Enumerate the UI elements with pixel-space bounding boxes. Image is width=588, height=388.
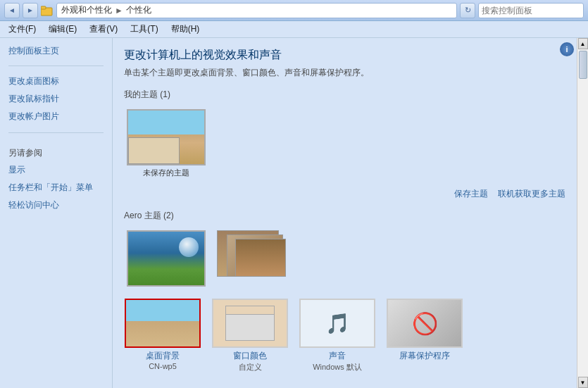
menu-file[interactable]: 文件(F) xyxy=(3,22,42,37)
custom-item-window-color[interactable]: 窗口颜色 自定义 xyxy=(211,299,289,373)
content-area: 更改计算机上的视觉效果和声音 单击某个主题即更改桌面背景、窗口颜色、声音和屏幕保… xyxy=(113,38,577,388)
path-part-2: 个性化 xyxy=(126,4,151,16)
window-color-image xyxy=(213,300,287,346)
desktop-bg-name: 桌面背景 xyxy=(146,350,180,362)
search-box[interactable]: 🔍 xyxy=(478,3,584,18)
search-input[interactable] xyxy=(482,6,587,15)
forward-button[interactable]: ► xyxy=(23,3,38,18)
window-color-preview xyxy=(212,299,288,348)
scrollbar: ▲ ▼ xyxy=(577,38,588,388)
info-icon[interactable]: i xyxy=(560,42,574,56)
sidebar-also-see-title: 另请参阅 xyxy=(8,147,104,159)
screensaver-image: 🚫 xyxy=(388,300,461,346)
menu-help[interactable]: 帮助(H) xyxy=(165,22,206,37)
window-titlebar-mock xyxy=(226,306,274,315)
path-part-1: 外观和个性化 xyxy=(61,4,112,16)
sidebar-home-link[interactable]: 控制面板主页 xyxy=(8,45,104,57)
menubar: 文件(F) 编辑(E) 查看(V) 工具(T) 帮助(H) xyxy=(0,21,588,38)
aero-themes-label: Aero 主题 (2) xyxy=(124,210,565,222)
theme-card-unsaved[interactable]: 未保存的主题 xyxy=(124,106,208,181)
sidebar: 控制面板主页 更改桌面图标 更改鼠标指针 更改帐户图片 另请参阅 显示 任务栏和… xyxy=(0,38,113,388)
sidebar-link-ease-access[interactable]: 轻松访问中心 xyxy=(8,199,104,212)
customization-row: 桌面背景 CN-wp5 窗口颜色 自定义 xyxy=(124,299,565,373)
sound-name: 声音 xyxy=(329,350,346,362)
aero2-card-front xyxy=(235,239,286,277)
theme-preview-unsaved xyxy=(127,109,206,165)
sound-preview-box: 🎵 xyxy=(299,299,375,348)
aero2-stack xyxy=(217,230,296,287)
path-sep-1: ► xyxy=(115,6,123,15)
content-scroll-wrapper: 更改计算机上的视觉效果和声音 单击某个主题即更改桌面背景、窗口颜色、声音和屏幕保… xyxy=(113,38,588,388)
custom-item-screensaver[interactable]: 🚫 屏幕保护程序 xyxy=(386,299,463,373)
scrollbar-thumb[interactable] xyxy=(579,51,587,79)
aero1-bg xyxy=(128,232,204,285)
sidebar-link-taskbar[interactable]: 任务栏和「开始」菜单 xyxy=(8,181,104,194)
screensaver-no-icon: 🚫 xyxy=(412,311,438,336)
theme-actions: 保存主题 联机获取更多主题 xyxy=(124,188,565,200)
aero-themes-section: Aero 主题 (2) xyxy=(124,210,565,292)
address-bar[interactable]: 外观和个性化 ► 个性化 xyxy=(56,3,457,18)
aero-themes-grid xyxy=(124,227,565,292)
custom-item-sound[interactable]: 🎵 声音 Windows 默认 xyxy=(299,299,376,373)
theme-card-aero2[interactable] xyxy=(214,227,299,292)
window-mockup xyxy=(225,306,275,341)
screensaver-name: 屏幕保护程序 xyxy=(399,350,450,362)
save-theme-link[interactable]: 保存主题 xyxy=(454,188,488,200)
sound-value: Windows 默认 xyxy=(313,362,362,373)
page-title: 更改计算机上的视觉效果和声音 xyxy=(124,48,565,63)
sidebar-link-mouse-pointer[interactable]: 更改鼠标指针 xyxy=(8,92,104,106)
my-themes-grid: 未保存的主题 xyxy=(124,106,565,181)
page-subtitle: 单击某个主题即更改桌面背景、窗口颜色、声音和屏幕保护程序。 xyxy=(124,67,565,79)
desktop-bg-value: CN-wp5 xyxy=(149,362,177,370)
custom-item-desktop-bg[interactable]: 桌面背景 CN-wp5 xyxy=(124,299,201,373)
desert-overlay xyxy=(128,137,180,164)
svg-rect-1 xyxy=(41,6,46,9)
menu-edit[interactable]: 编辑(E) xyxy=(43,22,82,37)
theme-card-aero1[interactable] xyxy=(124,227,208,292)
menu-view[interactable]: 查看(V) xyxy=(84,22,123,37)
desktop-bg-preview xyxy=(125,299,201,348)
theme-name-unsaved: 未保存的主题 xyxy=(143,168,189,178)
folder-icon xyxy=(41,4,54,17)
titlebar: ◄ ► 外观和个性化 ► 个性化 ↻ 🔍 xyxy=(0,0,588,21)
sidebar-link-display[interactable]: 显示 xyxy=(8,163,104,177)
window-color-value: 自定义 xyxy=(239,362,262,373)
menu-tools[interactable]: 工具(T) xyxy=(125,22,163,37)
get-more-themes-link[interactable]: 联机获取更多主题 xyxy=(498,188,565,200)
sound-icon-area: 🎵 xyxy=(301,300,374,346)
window-color-name: 窗口颜色 xyxy=(233,350,267,362)
refresh-button[interactable]: ↻ xyxy=(460,3,475,18)
back-button[interactable]: ◄ xyxy=(4,3,20,18)
sidebar-link-desktop-icon[interactable]: 更改桌面图标 xyxy=(8,75,104,88)
desktop-bg-image xyxy=(126,300,199,346)
sidebar-link-account-pic[interactable]: 更改帐户图片 xyxy=(8,110,104,123)
sound-icon: 🎵 xyxy=(325,312,350,335)
screensaver-preview-box: 🚫 xyxy=(387,299,463,348)
scrollbar-up[interactable]: ▲ xyxy=(578,38,588,49)
aero1-bubble xyxy=(179,237,199,257)
sidebar-divider-2 xyxy=(8,132,104,133)
main-container: 控制面板主页 更改桌面图标 更改鼠标指针 更改帐户图片 另请参阅 显示 任务栏和… xyxy=(0,38,588,388)
theme-preview-aero1 xyxy=(127,230,206,287)
my-themes-section: 我的主题 (1) 未保存的主题 xyxy=(124,89,565,181)
sidebar-divider xyxy=(8,65,104,66)
my-themes-label: 我的主题 (1) xyxy=(124,89,565,101)
scrollbar-down[interactable]: ▼ xyxy=(578,377,588,388)
